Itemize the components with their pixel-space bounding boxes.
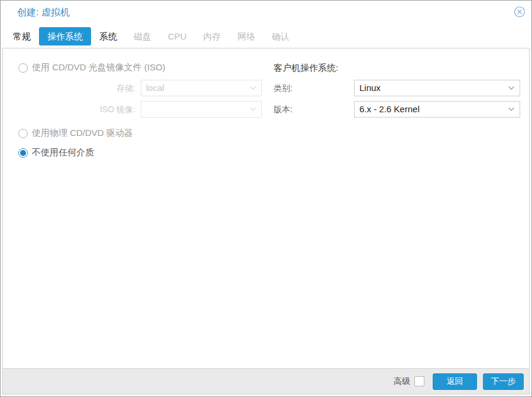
- radio-option-no-media-label: 不使用任何介质: [32, 147, 94, 158]
- tab-cpu: CPU: [160, 27, 195, 45]
- tab-network: 网络: [229, 27, 264, 45]
- create-vm-dialog: 创建: 虚拟机 常规 操作系统 系统 磁盘 CPU 内存 网络 确认 使用 CD…: [0, 0, 532, 397]
- tab-memory: 内存: [195, 27, 229, 45]
- os-type-label: 类别:: [274, 80, 293, 96]
- os-type-select-value: Linux: [359, 80, 508, 96]
- guest-os-header: 客户机操作系统:: [274, 63, 338, 74]
- storage-label: 存储:: [17, 80, 135, 96]
- radio-option-iso[interactable]: 使用 CD/DVD 光盘镜像文件 (ISO): [18, 62, 166, 73]
- radio-checked-icon[interactable]: [18, 148, 28, 158]
- advanced-toggle: 高级: [394, 376, 424, 387]
- radio-option-iso-label: 使用 CD/DVD 光盘镜像文件 (ISO): [32, 62, 166, 73]
- iso-image-select: [141, 101, 262, 118]
- tab-os[interactable]: 操作系统: [39, 27, 91, 45]
- tab-disks: 磁盘: [125, 27, 160, 45]
- back-button[interactable]: 返回: [433, 373, 477, 390]
- radio-option-physical[interactable]: 使用物理 CD/DVD 驱动器: [18, 128, 133, 139]
- chevron-down-icon: [508, 107, 515, 112]
- os-tab-panel: 使用 CD/DVD 光盘镜像文件 (ISO) 存储: local ISO 镜像:: [2, 48, 530, 395]
- radio-option-no-media[interactable]: 不使用任何介质: [18, 147, 94, 158]
- os-version-select[interactable]: 6.x - 2.6 Kernel: [354, 101, 520, 118]
- wizard-tabbar: 常规 操作系统 系统 磁盘 CPU 内存 网络 确认: [5, 27, 298, 45]
- storage-select: local: [141, 80, 262, 96]
- next-button[interactable]: 下一步: [483, 373, 524, 390]
- close-button[interactable]: [513, 5, 526, 18]
- chevron-down-icon: [249, 107, 257, 112]
- iso-image-label: ISO 镜像:: [17, 101, 135, 118]
- dialog-titlebar: 创建: 虚拟机: [1, 1, 531, 25]
- advanced-checkbox[interactable]: [414, 376, 424, 386]
- tab-confirm: 确认: [264, 27, 298, 45]
- os-type-select[interactable]: Linux: [354, 80, 520, 96]
- os-version-select-value: 6.x - 2.6 Kernel: [359, 102, 508, 117]
- chevron-down-icon: [249, 86, 257, 90]
- radio-option-physical-label: 使用物理 CD/DVD 驱动器: [32, 128, 133, 139]
- dialog-title: 创建: 虚拟机: [17, 6, 70, 19]
- radio-unchecked-icon[interactable]: [18, 129, 28, 138]
- os-version-label: 版本:: [274, 101, 293, 118]
- storage-select-value: local: [146, 80, 249, 96]
- advanced-label: 高级: [394, 376, 410, 387]
- tab-general[interactable]: 常规: [5, 27, 39, 45]
- close-icon: [514, 6, 525, 18]
- chevron-down-icon: [508, 86, 515, 90]
- radio-unchecked-icon[interactable]: [18, 63, 28, 73]
- tab-system[interactable]: 系统: [91, 27, 125, 45]
- wizard-footer-toolbar: 高级 返回 下一步: [3, 368, 529, 394]
